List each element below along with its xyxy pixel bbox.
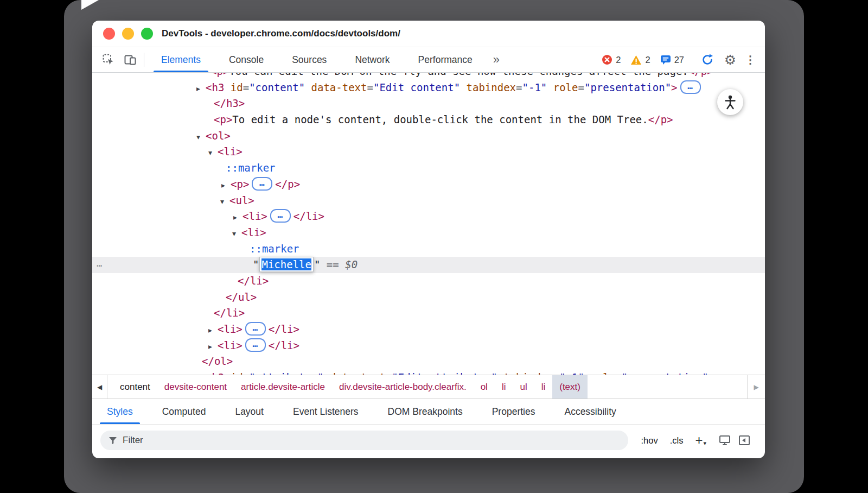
collapsed-arrow-icon[interactable]: ▸	[208, 339, 218, 355]
attr-name-token: role	[590, 371, 615, 375]
dollar-zero-token: $0	[345, 258, 358, 270]
breadcrumb-item-devsite-content[interactable]: devsite-content	[157, 375, 234, 399]
device-toolbar-button[interactable]	[119, 47, 141, 72]
punct-token: =	[386, 371, 392, 375]
breadcrumb-item-li[interactable]: li	[534, 375, 553, 399]
dom-tree-row[interactable]: </h3>	[92, 96, 765, 112]
toolbar-divider	[144, 53, 144, 67]
dom-tree-row[interactable]: ▸<li>…</li>	[92, 338, 765, 354]
styles-tab-properties[interactable]: Properties	[477, 399, 550, 424]
issues-count: 27	[674, 55, 684, 65]
dom-tree-row[interactable]: …"Michelle" == $0	[92, 257, 765, 273]
reload-devtools-button[interactable]	[697, 53, 718, 66]
styles-tab-styles[interactable]: Styles	[92, 399, 148, 424]
dom-tree-row[interactable]: ▾<ol>	[92, 128, 765, 144]
styles-tab-event-listeners[interactable]: Event Listeners	[278, 399, 373, 424]
ellipsis-expand-button[interactable]: …	[245, 322, 266, 336]
collapsed-arrow-icon[interactable]: ▸	[196, 81, 206, 97]
punct-token: =	[516, 81, 522, 93]
dom-tree-row[interactable]: ::marker	[92, 160, 765, 176]
styles-tab-dom-breakpoints[interactable]: DOM Breakpoints	[373, 399, 477, 424]
breadcrumb-item-ul[interactable]: ul	[513, 375, 534, 399]
dom-tree-row[interactable]: <p>You can edit the DOM on the fly and s…	[92, 73, 765, 80]
dom-tree-row[interactable]: <p>To edit a node's content, double-clic…	[92, 112, 765, 128]
tab-elements[interactable]: Elements	[147, 47, 215, 72]
tag-token: <p>	[214, 113, 232, 125]
window-title: DevTools - developer.chrome.com/docs/dev…	[162, 28, 400, 39]
settings-gear-button[interactable]: ⚙	[719, 52, 741, 68]
breadcrumb-scroll-left-button[interactable]: ◀	[92, 375, 107, 399]
breadcrumb-item-article-devsite-article[interactable]: article.devsite-article	[234, 375, 332, 399]
breadcrumb-item-ol[interactable]: ol	[474, 375, 495, 399]
filter-funnel-icon	[108, 435, 118, 445]
expanded-arrow-icon[interactable]: ▾	[196, 129, 206, 146]
expanded-arrow-icon[interactable]: ▾	[232, 226, 241, 242]
accessibility-overlay-button[interactable]	[717, 89, 743, 115]
dom-tree-row[interactable]: ▾<li>	[92, 225, 765, 241]
tag-token: <li>	[218, 323, 242, 335]
ellipsis-expand-button[interactable]: …	[245, 338, 266, 352]
breadcrumb-item-div-devsite-article-body-clearfix[interactable]: div.devsite-article-body.clearfix.	[332, 375, 474, 399]
tab-network[interactable]: Network	[341, 47, 404, 72]
ellipsis-expand-button[interactable]: …	[252, 177, 272, 191]
dom-tree-row[interactable]: ▸<li>…</li>	[92, 321, 765, 338]
tag-token: >	[671, 81, 677, 93]
device-toolbar-icon	[124, 54, 136, 66]
minimize-button[interactable]	[122, 28, 134, 40]
rendering-emulations-button[interactable]	[715, 435, 735, 446]
collapsed-arrow-icon[interactable]: ▸	[221, 178, 231, 194]
attr-value-token: "attributes"	[249, 371, 323, 375]
styles-tab-computed[interactable]: Computed	[148, 399, 221, 424]
breadcrumb-item-text[interactable]: (text)	[552, 375, 588, 399]
tab-console[interactable]: Console	[215, 47, 278, 72]
punct-token: =	[367, 81, 373, 93]
inspect-element-button[interactable]	[98, 47, 119, 72]
toggle-element-state-button[interactable]: :hov	[641, 435, 658, 446]
tag-token: <ul>	[229, 194, 254, 206]
collapsed-arrow-icon[interactable]: ▸	[233, 210, 242, 226]
errors-badge[interactable]: 2	[602, 54, 621, 65]
dom-tree-row[interactable]: ▸<p>…</p>	[92, 176, 765, 193]
styles-tab-accessibility[interactable]: Accessibility	[550, 399, 630, 424]
styles-tab-layout[interactable]: Layout	[220, 399, 278, 424]
dom-tree-row[interactable]: </li>	[92, 273, 765, 289]
dom-tree-row[interactable]: </li>	[92, 305, 765, 321]
close-button[interactable]	[103, 28, 115, 40]
dom-tree-row[interactable]: ▸<h3 id="attributes" data-text="Edit att…	[92, 370, 765, 375]
attr-value-token: "presentation"	[622, 371, 709, 375]
inline-edit-input[interactable]: Michelle	[259, 257, 314, 272]
dom-tree: <p>You can edit the DOM on the fly and s…	[92, 73, 765, 375]
tag-token: </ul>	[226, 291, 257, 303]
tag-token: </p>	[275, 178, 300, 190]
expanded-arrow-icon[interactable]: ▾	[220, 194, 229, 210]
dom-tree-row[interactable]: ::marker	[92, 241, 765, 257]
expanded-arrow-icon[interactable]: ▾	[208, 145, 218, 161]
dom-tree-row[interactable]: </ol>	[92, 353, 765, 370]
tab-performance[interactable]: Performance	[404, 47, 487, 72]
dom-tree-row[interactable]: ▸<h3 id="content" data-text="Edit conten…	[92, 80, 765, 96]
ellipsis-expand-button[interactable]: …	[270, 209, 291, 223]
caret-down-icon: ▾	[703, 440, 706, 447]
breadcrumb-item-content[interactable]: content	[113, 375, 157, 399]
tab-sources[interactable]: Sources	[278, 47, 341, 72]
dom-tree-row[interactable]: </ul>	[92, 289, 765, 306]
tag-token: <li>	[241, 226, 266, 238]
more-tabs-button[interactable]: »	[487, 47, 506, 72]
breadcrumb-scroll-right-button[interactable]: ▶	[747, 375, 765, 399]
equals-token: ==	[327, 258, 339, 270]
breadcrumb-item-li[interactable]: li	[495, 375, 513, 399]
dom-tree-row[interactable]: ▾<li>	[92, 144, 765, 160]
dom-tree-row[interactable]: ▾<ul>	[92, 193, 765, 209]
zoom-button[interactable]	[141, 28, 153, 40]
collapsed-arrow-icon[interactable]: ▸	[208, 323, 218, 339]
issues-badge[interactable]: 27	[660, 54, 684, 65]
collapsed-arrow-icon[interactable]: ▸	[196, 371, 206, 375]
ellipsis-expand-button[interactable]: …	[680, 80, 701, 94]
menu-kebab-button[interactable]: ⋮	[742, 53, 758, 66]
computed-sidebar-toggle-button[interactable]	[735, 435, 754, 446]
element-classes-button[interactable]: .cls	[670, 435, 684, 446]
warnings-badge[interactable]: 2	[630, 55, 650, 65]
styles-filter-input[interactable]: Filter	[100, 431, 628, 450]
new-style-rule-button[interactable]: +▾	[695, 433, 706, 448]
dom-tree-row[interactable]: ▸<li>…</li>	[92, 208, 765, 225]
